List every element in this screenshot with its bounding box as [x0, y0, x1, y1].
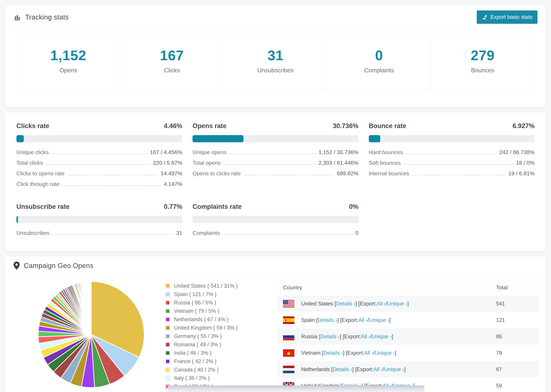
- unsubscribe-rate-progressbar: [16, 216, 182, 223]
- geo-table-row-nl: Netherlands [Details ›] [Export: All › /…: [277, 361, 539, 378]
- rate-row-label: Unique clicks: [16, 149, 49, 155]
- geo-table-row-vn: Vietnam [Details ›] [Export: All › / Uni…: [277, 345, 539, 361]
- total-column-header: Total: [496, 284, 539, 291]
- legend-item-italy[interactable]: Italy ( 36 / 2% ): [165, 375, 246, 381]
- geo-table-row-ru: Russia [Details ›] [Export: All › / Uniq…: [277, 328, 539, 345]
- export-all-link[interactable]: All ›: [373, 366, 382, 372]
- legend-item-russia[interactable]: Russia ( 86 / 5% ): [165, 300, 246, 306]
- opens-rate-block: Opens rate 30.736% Unique opens1,152 / 3…: [192, 122, 358, 187]
- country-name: Vietnam: [301, 350, 320, 356]
- legend-swatch: [165, 376, 170, 381]
- clicks-rate-value: 4.46%: [164, 122, 182, 130]
- rate-row-value: 242 / 86.738%: [499, 149, 535, 155]
- unsubscribe-rate-title: Unsubscribe rate: [16, 203, 70, 210]
- geo-table-row-us: United States [Details ›] [Export: All ›…: [277, 295, 539, 312]
- legend-item-netherlands[interactable]: Netherlands ( 67 / 4% ): [165, 316, 246, 322]
- rate-row: Unsubscribes31: [16, 230, 182, 236]
- rate-row-label: Total opens: [192, 160, 221, 166]
- export-all-link[interactable]: All ›: [361, 334, 370, 340]
- geo-title-wrap: Campaign Geo Opens: [14, 261, 93, 270]
- export-unique-link[interactable]: Unique ›: [384, 366, 404, 372]
- legend-swatch: [165, 359, 170, 364]
- legend-item-canada[interactable]: Canada ( 40 / 2% ): [165, 367, 246, 373]
- bounce-rate-title: Bounce rate: [369, 122, 406, 130]
- export-all-link[interactable]: All ›: [358, 317, 367, 323]
- stat-box-complaints: 0 Complaints: [327, 34, 431, 89]
- rates-card: Clicks rate 4.46% Unique clicks167 / 4.4…: [5, 112, 546, 251]
- legend-item-romania[interactable]: Romania ( 49 / 3% ): [165, 342, 246, 348]
- export-all-link[interactable]: All ›: [377, 301, 386, 307]
- legend-label: Italy ( 36 / 2% ): [174, 375, 210, 381]
- details-link[interactable]: Details ›: [336, 301, 355, 307]
- export-unique-link[interactable]: Unique ›: [369, 317, 389, 323]
- complaints-label: Complaints: [329, 67, 429, 74]
- rate-row-label: Internal bounces: [369, 170, 409, 177]
- details-link[interactable]: Details ›: [318, 317, 337, 323]
- export-basic-stats-button[interactable]: Export basic stats: [477, 10, 537, 24]
- legend-item-india[interactable]: India ( 46 / 3% ): [165, 350, 246, 356]
- total-cell: 67: [496, 366, 539, 372]
- country-name: United States: [301, 301, 333, 307]
- details-link[interactable]: Details ›: [320, 334, 340, 340]
- legend-item-united-kingdom[interactable]: United Kingdom ( 59 / 3% ): [165, 325, 246, 331]
- legend-item-spain[interactable]: Spain ( 121 / 7% ): [165, 291, 246, 297]
- pie-slice[interactable]: [91, 281, 91, 335]
- clicks-label: Clicks: [122, 67, 222, 74]
- stat-box-bounces: 279 Bounces: [431, 34, 534, 89]
- legend-swatch: [165, 317, 170, 322]
- dotted-leader: [67, 175, 158, 175]
- tracking-stats-card: Tracking stats Export basic stats 1,152 …: [5, 5, 546, 107]
- details-link[interactable]: Details ›: [333, 366, 352, 372]
- dotted-leader: [243, 175, 334, 175]
- legend-item-united-states[interactable]: United States ( 541 / 31% ): [165, 283, 246, 289]
- rate-row-value: 19 / 6.81%: [509, 170, 535, 177]
- stat-box-clicks: 167 Clicks: [120, 34, 224, 89]
- legend-label: United Kingdom ( 59 / 3% ): [174, 325, 238, 331]
- geo-header: Campaign Geo Opens: [5, 256, 546, 275]
- export-unique-link[interactable]: Unique ›: [387, 301, 407, 307]
- complaints-rate-progressbar: [192, 216, 358, 223]
- stat-box-unsubscribes: 31 Unsubscribes: [224, 34, 327, 89]
- geo-pie-chart[interactable]: [36, 280, 146, 389]
- total-cell: 86: [496, 334, 539, 340]
- rate-row-value: 689.82%: [337, 170, 358, 177]
- total-cell: 541: [496, 301, 539, 307]
- campaign-geo-opens-card: Campaign Geo Opens United States ( 541 /…: [5, 256, 546, 392]
- rate-row: Complaints0: [192, 230, 358, 236]
- legend-item-germany[interactable]: Germany ( 55 / 3% ): [165, 333, 246, 339]
- country-cell: Netherlands [Details ›] [Export: All › /…: [283, 366, 496, 373]
- legend-item-france[interactable]: France ( 42 / 2% ): [165, 358, 246, 364]
- country-cell: Spain [Details ›] [Export: All › / Uniqu…: [283, 316, 496, 324]
- export-unique-link[interactable]: Unique ›: [372, 334, 392, 340]
- total-cell: 121: [496, 317, 539, 323]
- complaints-count: 0: [329, 49, 429, 63]
- rate-row-value: 0: [355, 230, 359, 236]
- rate-row: Hard bounces242 / 86.738%: [369, 149, 535, 155]
- rate-row-value: 1,152 / 30.736%: [319, 149, 359, 155]
- legend-label: Vietnam ( 79 / 5% ): [174, 308, 219, 314]
- rate-row-value: 31: [176, 230, 182, 236]
- legend-item-vietnam[interactable]: Vietnam ( 79 / 5% ): [165, 308, 246, 314]
- rate-row: Total opens2,303 / 61.446%: [192, 160, 358, 166]
- export-unique-link[interactable]: Unique ›: [375, 350, 395, 356]
- export-all-link[interactable]: All ›: [364, 350, 373, 356]
- details-link[interactable]: Details ›: [323, 350, 343, 356]
- rate-row-label: Hard bounces: [369, 149, 403, 155]
- country-name: Netherlands: [301, 366, 330, 372]
- legend-label: India ( 46 / 3% ): [174, 350, 212, 356]
- opens-count: 1,152: [18, 49, 118, 63]
- dotted-leader: [46, 164, 150, 165]
- rate-row-value: 167 / 4.456%: [150, 149, 182, 155]
- rate-row-label: Unsubscribes: [16, 230, 50, 236]
- rate-row: Clicks to opens rate14.497%: [16, 170, 182, 177]
- bounce-rate-progressbar: [369, 135, 535, 142]
- horizontal-scrollbar[interactable]: [168, 385, 424, 392]
- dotted-leader: [223, 164, 316, 165]
- rate-row-label: Complaints: [192, 230, 220, 236]
- opens-rate-title: Opens rate: [192, 122, 226, 130]
- rate-row: Internal bounces19 / 6.81%: [369, 170, 535, 177]
- bar-chart-icon: [14, 13, 21, 21]
- rate-row-value: 4.147%: [164, 181, 182, 187]
- dotted-leader: [52, 234, 174, 235]
- clicks-rate-progressbar: [16, 135, 182, 142]
